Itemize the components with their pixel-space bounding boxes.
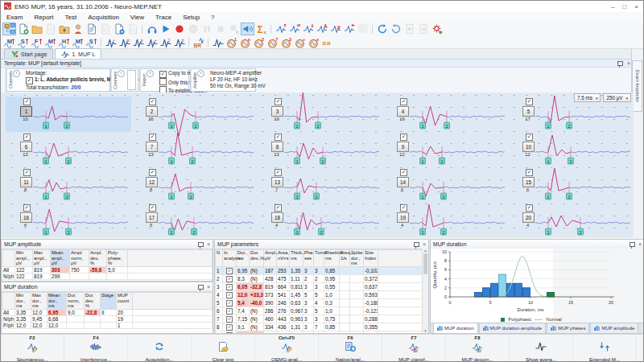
menu-item-view[interactable]: View [125,12,150,22]
menu-item-[interactable]: ? [205,12,220,22]
collapse-amplifier-icon[interactable]: ‹ [197,70,204,77]
record-icon[interactable] [172,23,186,35]
gain-select[interactable]: 250 μV▾ [603,93,631,102]
collapse-report-icon[interactable]: ‹ [147,70,154,77]
analysis-settings-icon[interactable] [430,23,444,35]
trace-cell-2[interactable]: ✓22612 [131,97,257,132]
shortcut-button-clear-test[interactable]: Clear test [192,335,255,362]
trace-cell-1[interactable]: ✓11012 [6,97,131,132]
trace-tool-6-icon[interactable]: ± [172,36,186,49]
trace-tool-2-icon[interactable]: ¤ [118,36,131,49]
in-analysis-checkbox[interactable]: ✓ [226,316,233,323]
import-exam-icon[interactable] [57,23,71,35]
table-row[interactable]: All122819303750-59,65,0 [2,266,213,273]
trace-button-18[interactable]: 18 [271,212,283,223]
trace-cell-10[interactable]: ✓101212 [508,132,634,167]
trace-tool-5-icon[interactable]: ≡ [159,36,172,49]
marker-m2-icon[interactable]: M [43,36,57,49]
trace-button-19[interactable]: 19 [397,212,409,223]
exam-manager-icon[interactable] [2,23,16,35]
trace-cell-20[interactable]: ✓20412 [508,203,634,237]
close-panel-icon[interactable]: × [423,241,426,247]
comment-input[interactable] [127,70,136,90]
menu-item-setup[interactable]: Setup [177,12,205,22]
in-analysis-checkbox[interactable]: ✓ [226,276,233,282]
close-panel-icon[interactable]: × [207,241,210,247]
menu-item-test[interactable]: Test [59,12,82,22]
menu-item-trace[interactable]: Trace [150,12,177,22]
trace-checkbox-20[interactable]: ✓ [526,204,533,212]
mup-mark-icon[interactable] [211,36,225,49]
chart-tab-mup-duration-amplitude[interactable]: MUP duration-amplitude [479,323,547,333]
close-button[interactable]: × [634,3,638,10]
in-analysis-checkbox[interactable]: ✓ [226,324,233,331]
channel-checkbox[interactable]: ✓ [26,77,33,84]
add-test-icon[interactable] [112,23,126,35]
trace-cell-17[interactable]: ✓17512 [131,203,257,237]
new-exam-icon[interactable] [16,23,30,35]
marker-f-icon[interactable]: F [30,36,43,49]
pin-icon[interactable] [617,61,623,66]
trace-cell-18[interactable]: ✓18412 [257,203,382,237]
collapse-comment-icon[interactable]: ‹ [118,70,125,77]
trace-checkbox-4[interactable]: ✓ [400,98,407,105]
trace-checkbox-14[interactable]: ✓ [400,169,407,176]
table-row[interactable]: 1✓6,95(N)1872531,35330,85-0,102 [216,266,423,274]
trace-cell-16[interactable]: ✓16612 [6,203,131,237]
trace-cell-4[interactable]: ✓41912 [382,97,508,132]
trace-cell-14[interactable]: ✓14612 [382,167,508,203]
trace-cell-7[interactable]: ✓71312 [131,132,257,167]
table-row[interactable]: N/ph3,359,456,6819 [2,315,213,322]
shortcut-button-acquisition-[interactable]: Acquisition... [128,335,192,362]
marker-h-icon[interactable]: H [57,36,71,49]
trace-cell-13[interactable]: ✓13712 [257,167,382,203]
table-row[interactable]: 8✓9,1(N)3344361,31370,850,355 [216,323,423,331]
reanalyze-all-icon[interactable] [389,23,402,35]
trace-button-6[interactable]: 6 [20,142,32,152]
shortcut-button-extended-m-[interactable]: Extended M... [573,335,637,362]
table-row[interactable]: 4✓12,0+33,33735411,45551,00,593 [216,290,423,298]
pin-icon[interactable] [630,242,635,247]
chart-tab-mup-duration[interactable]: MUP duration [433,323,478,333]
menu-item-exam[interactable]: Exam [1,12,28,22]
auto-gain-icon[interactable]: A [315,23,328,35]
trace-button-16[interactable]: 16 [20,212,32,223]
sound-icon[interactable] [241,23,254,35]
shortcut-button-native-anal-[interactable]: F6Native/anal... [319,335,382,362]
trace-cell-19[interactable]: ✓19412 [382,203,508,237]
pin-icon[interactable] [414,242,419,247]
report-option-checkbox-0[interactable]: ✓ [159,71,167,78]
trace-checkbox-10[interactable]: ✓ [526,134,533,141]
in-analysis-checkbox[interactable]: ✓ [226,284,233,290]
mup-class-1-icon[interactable]: 1 [225,36,238,49]
reanalyze-icon[interactable] [375,23,389,35]
trace-button-5[interactable]: 5 [522,106,535,117]
mup-class-4-icon[interactable]: + [293,36,307,49]
menu-item-report[interactable]: Report [28,12,59,22]
trace-checkbox-12[interactable]: ✓ [149,169,156,176]
trace-button-2[interactable]: 2 [146,106,158,117]
mup-class-3-icon[interactable]: 3 [279,36,293,49]
minimize-button[interactable]: – [611,3,614,10]
trace-checkbox-17[interactable]: ✓ [149,204,156,212]
chart-tab-mup-phases[interactable]: MUP phases [547,323,589,333]
marker-s-icon[interactable]: S [16,36,30,49]
trace-cell-6[interactable]: ✓61312 [6,132,131,167]
report-icon[interactable] [85,23,98,35]
marker-m3-icon[interactable]: M [71,36,85,49]
marker-s2-icon[interactable]: S [85,36,98,49]
table-row[interactable]: 7✓7,15(N)4604430,961330,750,288 [216,315,423,323]
collapse-channels-icon[interactable]: ‹ [13,70,20,77]
trace-button-10[interactable]: 10 [522,142,535,152]
trace-button-11[interactable]: 11 [20,177,32,187]
maximize-button[interactable]: □ [622,3,626,10]
averaging-icon[interactable]: Σx [254,23,268,35]
tab-start-page[interactable]: Start page [4,48,53,59]
mup-class-5-icon[interactable]: ≡ [307,36,320,49]
trace-cell-8[interactable]: ✓81312 [257,132,382,167]
trace-checkbox-2[interactable]: ✓ [149,98,156,105]
trace-cell-11[interactable]: ✓11812 [6,167,131,203]
in-analysis-checkbox[interactable]: ✓ [226,268,233,274]
table-row[interactable]: 2✓8,3(N)4284751,11220,950,372 [216,274,423,282]
trace-cell-12[interactable]: ✓12812 [131,167,257,203]
